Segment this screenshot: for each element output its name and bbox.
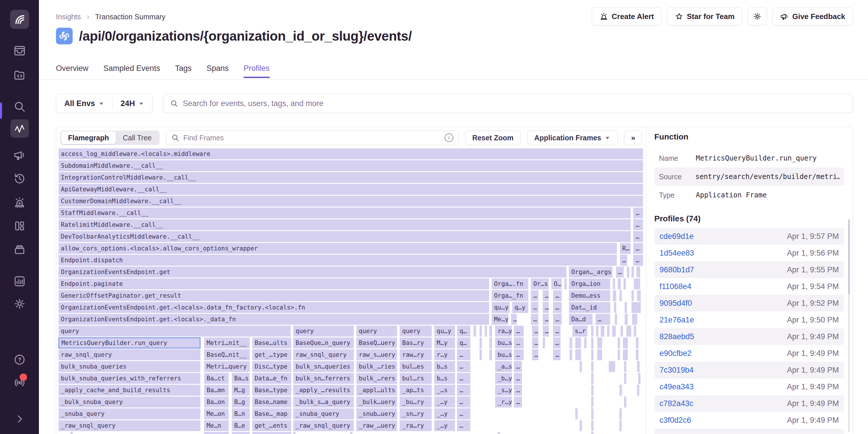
flame-frame[interactable]	[293, 432, 296, 434]
flame-frame[interactable]	[621, 326, 623, 337]
flame-frame[interactable]	[569, 337, 572, 348]
flame-frame[interactable]: bulk_sn…queries	[293, 361, 354, 372]
dashboards-icon[interactable]	[10, 217, 29, 235]
flame-frame[interactable]	[591, 432, 593, 434]
tab-spans[interactable]: Spans	[207, 64, 229, 78]
tab-call-tree[interactable]: Call Tree	[116, 131, 159, 144]
flame-frame[interactable]: Ba…on	[204, 397, 228, 407]
flame-frame[interactable]: O…	[551, 278, 562, 289]
flame-frame[interactable]	[636, 337, 639, 348]
collapse-icon[interactable]	[10, 410, 29, 428]
profile-link[interactable]: c49ea343	[659, 382, 694, 391]
flame-frame[interactable]: _bulk…uery	[356, 397, 397, 407]
flame-frame[interactable]: _a…s	[495, 361, 512, 372]
flame-frame[interactable]: SubdomainMiddleware.__call__	[59, 160, 643, 171]
flame-frame[interactable]: D…e	[232, 432, 250, 434]
profile-link[interactable]: 7c3019b4	[659, 366, 694, 375]
flame-frame[interactable]	[624, 361, 626, 372]
flame-frame[interactable]: _bulk_snuba_query	[59, 397, 200, 407]
flame-frame[interactable]	[623, 278, 626, 289]
flame-frame[interactable]	[625, 302, 627, 313]
flame-frame[interactable]: …	[531, 302, 538, 313]
flame-frame[interactable]: …	[633, 207, 643, 219]
flame-frame[interactable]	[479, 349, 482, 360]
flame-frame[interactable]: …	[532, 337, 538, 348]
flame-frame[interactable]: …	[514, 349, 524, 360]
tab-tags[interactable]: Tags	[175, 64, 191, 78]
flame-frame[interactable]: _bulk_s…a_query	[293, 397, 354, 407]
flame-frame[interactable]: Dat…_id	[569, 302, 610, 313]
flame-frame[interactable]: q…y	[512, 302, 528, 313]
flame-frame[interactable]	[575, 337, 581, 348]
flame-frame[interactable]: …	[616, 267, 624, 277]
flame-frame[interactable]	[618, 337, 620, 348]
flame-frame[interactable]	[632, 314, 637, 325]
create-alert-button[interactable]: Create Alert	[592, 7, 661, 25]
flame-frame[interactable]	[601, 326, 604, 337]
flame-frame[interactable]: DevToolbarAnalyticsMiddleware.__call__	[59, 231, 631, 242]
flame-frame[interactable]: Ba…s	[232, 373, 250, 384]
flame-frame[interactable]: …	[633, 255, 643, 266]
flame-frame[interactable]: B…n	[232, 408, 250, 419]
flame-frame[interactable]	[489, 337, 492, 348]
flame-frame[interactable]: …	[532, 349, 538, 360]
flame-frame[interactable]: Ba…ct	[204, 373, 228, 384]
breadcrumb-insights[interactable]: Insights	[56, 13, 81, 21]
flame-frame[interactable]: b…s	[434, 361, 455, 372]
profile-link[interactable]: 1d54ee83	[659, 249, 694, 258]
flame-frame[interactable]: bul…es	[400, 361, 432, 372]
flame-frame[interactable]	[618, 278, 621, 289]
flame-frame[interactable]: CustomerDomainMiddleware.__call__	[59, 196, 643, 207]
flame-frame[interactable]: …	[531, 290, 538, 301]
flame-frame[interactable]	[479, 337, 482, 348]
flame-frame[interactable]: _snuba_query	[293, 408, 354, 419]
flame-frame[interactable]	[618, 349, 620, 360]
flame-frame[interactable]: M…g	[232, 385, 250, 396]
flame-frame[interactable]: _apply_cache_and_build_results	[59, 385, 200, 396]
flame-frame[interactable]	[543, 337, 545, 348]
flame-frame[interactable]: …	[532, 326, 538, 337]
flame-frame[interactable]: b…s	[434, 373, 455, 384]
flame-frame[interactable]: …	[457, 349, 470, 360]
alerts-icon[interactable]	[10, 193, 29, 211]
flame-frame[interactable]	[609, 361, 615, 372]
flame-frame[interactable]	[596, 326, 598, 337]
feedback-icon[interactable]	[10, 146, 29, 164]
tab-sampled-events[interactable]: Sampled Events	[103, 64, 160, 78]
info-icon[interactable]: i	[445, 133, 453, 142]
flame-frame[interactable]: _b…y	[495, 373, 512, 384]
flame-frame[interactable]	[591, 397, 593, 407]
flame-frame[interactable]	[591, 408, 593, 419]
flame-frame[interactable]: …	[553, 326, 560, 337]
flame-frame[interactable]	[612, 326, 615, 337]
flame-frame[interactable]: bu…s	[495, 349, 512, 360]
flame-frame[interactable]: get…tity	[252, 432, 291, 434]
flame-frame[interactable]	[638, 373, 641, 384]
flame-frame[interactable]: B…g	[232, 397, 250, 407]
flame-frame[interactable]: M…y	[434, 337, 455, 348]
flamegraph-canvas[interactable]: access_log_middleware.<locals>.middlewar…	[59, 148, 644, 434]
flame-frame[interactable]: …	[457, 385, 470, 396]
frame-filter-dropdown[interactable]: Application Frames▼	[527, 131, 618, 145]
flame-frame[interactable]	[634, 326, 636, 337]
flame-frame[interactable]: OrganizationEventsEndpoint.get	[59, 267, 566, 277]
flame-frame[interactable]	[631, 267, 634, 277]
flame-frame[interactable]: _r…y	[495, 397, 512, 407]
flame-frame[interactable]: …	[633, 219, 643, 230]
reset-zoom-button[interactable]: Reset Zoom	[465, 131, 521, 145]
expand-panel-button[interactable]: »	[624, 131, 642, 145]
flame-frame[interactable]: _appl…ults	[356, 385, 397, 396]
flame-frame[interactable]	[619, 408, 622, 419]
flame-frame[interactable]: …	[595, 314, 611, 325]
help-icon[interactable]: ?	[10, 350, 29, 369]
flame-frame[interactable]: Base…name	[252, 397, 291, 407]
flame-frame[interactable]: …	[457, 397, 470, 407]
flame-frame[interactable]: BaseQ…nit__	[204, 349, 249, 360]
flame-frame[interactable]: …	[457, 373, 470, 384]
flame-frame[interactable]: Or…s	[531, 278, 549, 289]
flame-frame[interactable]: Endpoint.paginate	[59, 278, 489, 289]
search-icon[interactable]	[10, 97, 29, 116]
flame-frame[interactable]: Demo…ess	[569, 290, 610, 301]
flame-frame[interactable]: …	[511, 314, 517, 325]
profile-link[interactable]: c782a43c	[659, 399, 693, 408]
